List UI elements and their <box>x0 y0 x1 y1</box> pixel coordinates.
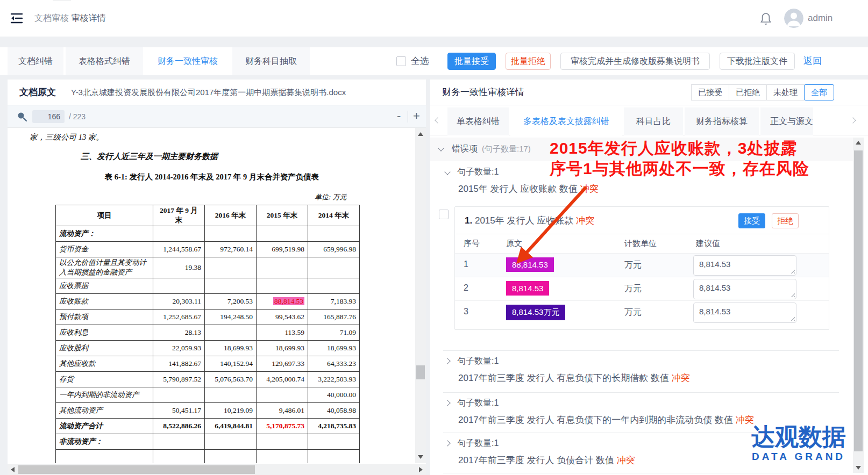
bell-icon[interactable] <box>759 12 772 26</box>
scroll-up-arrow[interactable] <box>418 132 423 136</box>
page-number-input[interactable]: 166 <box>32 110 65 123</box>
main-tab-strip: 文档纠错 表格格式纠错 财务一致性审核 财务科目抽取 全选 批量接受 批量拒绝 … <box>0 47 868 75</box>
select-all-checkbox[interactable] <box>396 56 406 66</box>
doc-hscroll-thumb[interactable] <box>18 465 255 474</box>
cell <box>257 278 308 294</box>
cell: 4,205,000.74 <box>257 372 308 387</box>
cell: 1,252,685.67 <box>153 310 205 325</box>
tabs-scroll-right-icon[interactable] <box>850 117 856 123</box>
cell: 71.09 <box>308 325 360 341</box>
row-no: 2 <box>464 283 468 293</box>
collapse-chevron-icon[interactable] <box>438 145 444 151</box>
menu-fold-icon[interactable] <box>10 12 24 25</box>
batch-reject-button[interactable]: 批量拒绝 <box>506 53 551 70</box>
page-separator: / <box>69 112 71 121</box>
download-annotated-button[interactable]: 下载批注版文件 <box>720 53 795 70</box>
document-panel-title: 文档原文 <box>19 80 56 105</box>
back-link[interactable]: 返回 <box>803 53 822 70</box>
table-row: 其他应收款 141,882.67 140,152.94 129,697.33 6… <box>56 356 360 372</box>
cell <box>153 226 205 242</box>
expand-chevron-icon[interactable] <box>444 440 450 446</box>
scroll-left-arrow[interactable] <box>11 467 15 472</box>
row-label: 流动资产： <box>56 226 153 242</box>
doc-vscroll-thumb[interactable] <box>416 365 425 379</box>
original-value-chip[interactable]: 8,814.53 <box>506 281 549 296</box>
breadcrumb-doc-review[interactable]: 文档审核 <box>34 13 69 23</box>
expand-chevron-icon[interactable] <box>444 400 450 406</box>
scroll-down-arrow[interactable] <box>418 455 423 459</box>
suggest-value-input[interactable]: 8,814.53 <box>693 279 796 299</box>
reject-button[interactable]: 拒绝 <box>772 213 799 228</box>
original-value-chip[interactable]: 8,814.53万元 <box>506 305 565 320</box>
cell: 20,303.11 <box>153 294 205 310</box>
doc-vertical-scrollbar[interactable] <box>415 128 426 463</box>
tab-doc-correction[interactable]: 文档纠错 <box>8 47 65 75</box>
finish-generate-button[interactable]: 审核完成并生成修改版募集说明书 <box>560 53 710 70</box>
filter-pending[interactable]: 未处理 <box>766 84 805 100</box>
card-index: 1. <box>465 215 472 226</box>
cell-highlighted[interactable]: 88,814.53 <box>257 294 308 310</box>
cell: 4,218,735.83 <box>308 419 360 434</box>
review-tab-bar: 单表格纠错 多表格及表文披露纠错 科目占比 财务指标核算 正文与源文 <box>430 105 868 135</box>
cell <box>205 434 257 450</box>
row-label: 应收票据 <box>56 278 153 294</box>
suggest-value-input[interactable]: 8,814.53 <box>693 303 796 323</box>
logo-cn-text: 达观数据 <box>746 424 851 449</box>
tab-table-format-correction[interactable]: 表格格式纠错 <box>66 47 144 75</box>
doc-horizontal-scrollbar[interactable] <box>8 464 426 475</box>
row-label: 非流动资产： <box>56 434 153 450</box>
item-collapse-chevron-icon[interactable] <box>444 169 450 175</box>
tab-single-table[interactable]: 单表格纠错 <box>447 107 509 135</box>
highlighted-conflict-value[interactable]: 88,814.53 <box>273 297 304 305</box>
error-sentence-text: 2017年前三季度 发行人 有息负债下的长期借款 数值 <box>458 373 669 383</box>
cell <box>205 387 257 403</box>
cell: 140,152.94 <box>205 356 257 372</box>
scroll-right-arrow[interactable] <box>419 467 423 472</box>
cell <box>153 434 205 450</box>
error-sentence: 2017年前三季度 发行人 有息负债下的长期借款 数值 冲突 <box>458 372 690 384</box>
tab-financial-indicator[interactable]: 财务指标核算 <box>685 107 759 135</box>
username[interactable]: admin <box>808 0 833 37</box>
datagrand-logo: 达观数据 DATA GRAND <box>746 424 851 463</box>
expand-chevron-icon[interactable] <box>444 358 450 364</box>
tab-subject-ratio[interactable]: 科目占比 <box>624 107 683 135</box>
avatar[interactable] <box>784 9 803 28</box>
filter-rejected[interactable]: 已拒绝 <box>729 84 767 100</box>
zoom-divider <box>408 111 408 123</box>
doc-table-caption: 表 6-1: 发行人 2014-2016 年末及 2017 年 9 月末合并资产… <box>67 172 357 182</box>
cell <box>257 257 308 278</box>
suggest-field-wrap: 8,814.53 <box>693 279 796 299</box>
suggest-value-input[interactable]: 8,814.53 <box>693 255 796 276</box>
sentence-count-label[interactable]: 句子数量:1 <box>457 167 499 178</box>
breadcrumb: 文档审核 / 审核详情 <box>34 0 105 37</box>
tab-body-vs-source[interactable]: 正文与源文 <box>760 107 813 135</box>
breadcrumb-separator: / <box>53 0 71 1</box>
filter-accepted[interactable]: 已接受 <box>691 84 729 100</box>
cell: 28.13 <box>153 325 205 341</box>
review-vertical-scrollbar[interactable] <box>853 138 864 473</box>
annotation-line1: 2015年发行人应收账款，3处披露 <box>550 138 797 160</box>
tab-financial-subject-extract[interactable]: 财务科目抽取 <box>232 47 311 75</box>
zoom-in-button[interactable]: + <box>413 105 420 128</box>
search-icon[interactable] <box>16 111 28 123</box>
review-vscroll-thumb[interactable] <box>854 150 863 451</box>
scroll-up-arrow[interactable] <box>856 141 861 145</box>
table-row: 应收股利 22,059.93 18,699.93 18,699.93 18,69… <box>56 341 360 356</box>
document-preview[interactable]: 家，三级公司 13 家。 三、发行人近三年及一期主要财务数据 表 6-1: 发行… <box>8 128 415 463</box>
scroll-down-arrow[interactable] <box>856 466 861 470</box>
accept-button[interactable]: 接受 <box>738 213 765 228</box>
tab-financial-consistency[interactable]: 财务一致性审核 <box>145 47 231 75</box>
cell: 1,244,558.67 <box>153 242 205 257</box>
tab-multi-table-disclosure[interactable]: 多表格及表文披露纠错 <box>510 107 622 135</box>
zoom-out-button[interactable]: - <box>397 105 401 128</box>
annotation-arrow-icon <box>506 183 597 271</box>
error-sentence: 2017年前三季度 发行人 有息负债下的一年内到期的非流动负债 数值 冲突 <box>458 414 754 426</box>
cell <box>308 226 360 242</box>
filter-all[interactable]: 全部 <box>804 84 834 100</box>
tabs-scroll-left-icon[interactable] <box>435 117 440 123</box>
batch-accept-button[interactable]: 批量接受 <box>447 53 496 70</box>
error-list-item[interactable]: 句子数量:1 2017年前三季度 发行人 有息负债下的长期借款 数值 冲突 <box>430 355 852 391</box>
table-row: 应收票据 <box>56 278 360 294</box>
error-card-checkbox[interactable] <box>439 210 449 219</box>
page-total: / 223 <box>69 110 86 123</box>
